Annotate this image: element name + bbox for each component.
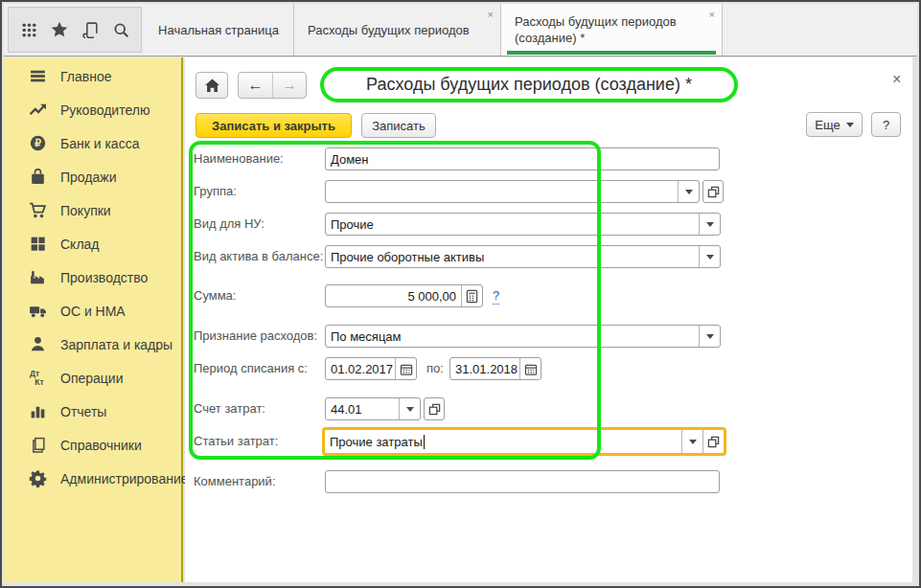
sidebar-item-label: Справочники bbox=[60, 438, 142, 453]
sidebar-item-label: Главное bbox=[60, 69, 112, 84]
group-dropdown-button[interactable] bbox=[678, 181, 699, 202]
comment-value bbox=[326, 471, 719, 492]
top-bar: Начальная страница Расходы будущих перио… bbox=[4, 4, 917, 57]
sidebar-item-sales[interactable]: Продажи bbox=[4, 160, 181, 193]
amount-label: Сумма: bbox=[194, 284, 236, 307]
cost-item-label: Статьи затрат: bbox=[194, 430, 278, 453]
period-to-label: по: bbox=[426, 357, 444, 380]
chevron-down-icon bbox=[689, 440, 697, 444]
save-and-close-button[interactable]: Записать и закрыть bbox=[196, 113, 352, 138]
sidebar-item-salary-hr[interactable]: Зарплата и кадры bbox=[4, 328, 181, 361]
open-icon bbox=[707, 436, 720, 448]
save-button[interactable]: Записать bbox=[361, 113, 436, 138]
back-button[interactable]: ← bbox=[239, 73, 272, 98]
sidebar-item-label: Отчеты bbox=[60, 404, 106, 419]
tab-strip: Начальная страница Расходы будущих перио… bbox=[144, 4, 917, 56]
sidebar-item-operations[interactable]: Дт Кт Операции bbox=[4, 361, 181, 395]
cost-item-dropdown-button[interactable] bbox=[681, 430, 702, 453]
cost-account-open-button[interactable] bbox=[424, 397, 445, 420]
home-button[interactable] bbox=[196, 72, 228, 99]
asset-kind-label: Вид актива в балансе: bbox=[194, 245, 323, 268]
sidebar-item-label: Продажи bbox=[60, 170, 116, 185]
cost-account-dropdown-button[interactable] bbox=[399, 398, 420, 419]
sidebar-item-bank-cash[interactable]: ₽ Банк и касса bbox=[4, 126, 181, 160]
group-open-button[interactable] bbox=[702, 180, 724, 203]
menu-icon bbox=[29, 67, 47, 85]
sidebar-item-manager[interactable]: Руководителю bbox=[4, 93, 181, 126]
document-form: ← → Расходы будущих периодов (создание) … bbox=[185, 57, 912, 582]
text-caret bbox=[424, 435, 425, 449]
open-icon bbox=[428, 403, 441, 416]
cost-item-open-button[interactable] bbox=[702, 430, 724, 453]
calendar-icon bbox=[400, 363, 413, 375]
calendar-icon bbox=[524, 363, 538, 375]
cost-item-input-focused[interactable]: Прочие затраты bbox=[322, 427, 726, 456]
calculator-icon bbox=[466, 289, 478, 304]
books-icon bbox=[29, 436, 47, 454]
period-from-calendar-button[interactable] bbox=[395, 358, 416, 379]
comment-label: Комментарий: bbox=[194, 470, 276, 493]
tab-label: Расходы будущих периодов bbox=[308, 23, 470, 37]
recognition-dropdown-button[interactable] bbox=[699, 326, 720, 347]
app-window: Начальная страница Расходы будущих перио… bbox=[0, 0, 921, 588]
period-from-input[interactable]: 01.02.2017 bbox=[325, 357, 417, 380]
page-title: Расходы будущих периодов (создание) * bbox=[366, 75, 692, 95]
truck-icon bbox=[29, 302, 47, 320]
search-icon[interactable] bbox=[110, 19, 131, 40]
close-form-icon[interactable]: × bbox=[892, 71, 901, 88]
period-to-input[interactable]: 31.01.2018 bbox=[449, 357, 541, 380]
sidebar-item-label: Склад bbox=[60, 237, 100, 252]
close-icon[interactable]: × bbox=[709, 10, 715, 20]
sidebar-item-label: Банк и касса bbox=[60, 136, 139, 151]
group-value bbox=[326, 181, 678, 202]
period-to-calendar-button[interactable] bbox=[519, 358, 541, 379]
sidebar-item-label: Администрирование bbox=[60, 471, 189, 486]
cost-account-value: 44.01 bbox=[326, 398, 399, 419]
sidebar-item-administration[interactable]: Администрирование bbox=[4, 462, 181, 495]
dt-kt-icon: Дт Кт bbox=[29, 369, 47, 387]
sidebar: Главное Руководителю ₽ Банк и касса bbox=[4, 57, 183, 582]
sidebar-item-main[interactable]: Главное bbox=[4, 59, 181, 93]
sidebar-item-label: Покупки bbox=[60, 203, 111, 218]
tax-kind-dropdown-button[interactable] bbox=[699, 214, 720, 235]
name-input[interactable]: Домен bbox=[325, 147, 720, 170]
tab-label: Расходы будущих периодов (создание) * bbox=[515, 13, 699, 46]
asset-kind-select[interactable]: Прочие оборотные активы bbox=[325, 245, 721, 268]
shopping-bag-icon bbox=[29, 168, 47, 186]
sidebar-item-label: ОС и НМА bbox=[60, 304, 126, 319]
tax-kind-select[interactable]: Прочие bbox=[325, 213, 721, 236]
sidebar-item-directories[interactable]: Справочники bbox=[4, 428, 181, 462]
tab-deferred-expenses-create[interactable]: Расходы будущих периодов (создание) * × bbox=[501, 4, 723, 56]
close-icon[interactable]: × bbox=[488, 10, 494, 20]
star-icon[interactable] bbox=[49, 19, 70, 40]
tab-home[interactable]: Начальная страница bbox=[144, 4, 294, 56]
cost-account-input[interactable]: 44.01 bbox=[325, 397, 421, 420]
sidebar-item-label: Производство bbox=[60, 270, 148, 285]
asset-kind-dropdown-button[interactable] bbox=[699, 246, 720, 267]
forward-button[interactable]: → bbox=[272, 73, 306, 98]
recognition-label: Признание расходов: bbox=[194, 325, 317, 348]
asset-kind-value: Прочие оборотные активы bbox=[326, 246, 699, 267]
tool-panel bbox=[8, 7, 142, 53]
period-from-value: 01.02.2017 bbox=[326, 358, 395, 379]
comment-input[interactable] bbox=[325, 470, 720, 493]
sidebar-item-reports[interactable]: Отчеты bbox=[4, 395, 181, 428]
sidebar-item-production[interactable]: Производство bbox=[4, 260, 181, 294]
svg-text:₽: ₽ bbox=[35, 137, 41, 148]
group-input[interactable] bbox=[325, 180, 700, 203]
calculator-button[interactable] bbox=[461, 285, 482, 306]
tab-deferred-expenses-list[interactable]: Расходы будущих периодов × bbox=[294, 4, 501, 56]
warehouse-icon bbox=[29, 235, 47, 253]
help-button[interactable]: ? bbox=[871, 112, 901, 137]
history-icon[interactable] bbox=[80, 19, 101, 40]
sidebar-item-purchases[interactable]: Покупки bbox=[4, 193, 181, 227]
apps-grid-icon[interactable] bbox=[18, 19, 39, 40]
recognition-select[interactable]: По месяцам bbox=[325, 325, 721, 348]
amount-help-link[interactable]: ? bbox=[493, 288, 499, 305]
more-button[interactable]: Еще bbox=[806, 112, 863, 137]
tax-kind-label: Вид для НУ: bbox=[194, 213, 265, 236]
amount-input[interactable]: 5 000,00 bbox=[325, 284, 483, 307]
home-icon bbox=[204, 79, 220, 93]
sidebar-item-warehouse[interactable]: Склад bbox=[4, 227, 181, 260]
sidebar-item-fixed-assets[interactable]: ОС и НМА bbox=[4, 294, 181, 328]
